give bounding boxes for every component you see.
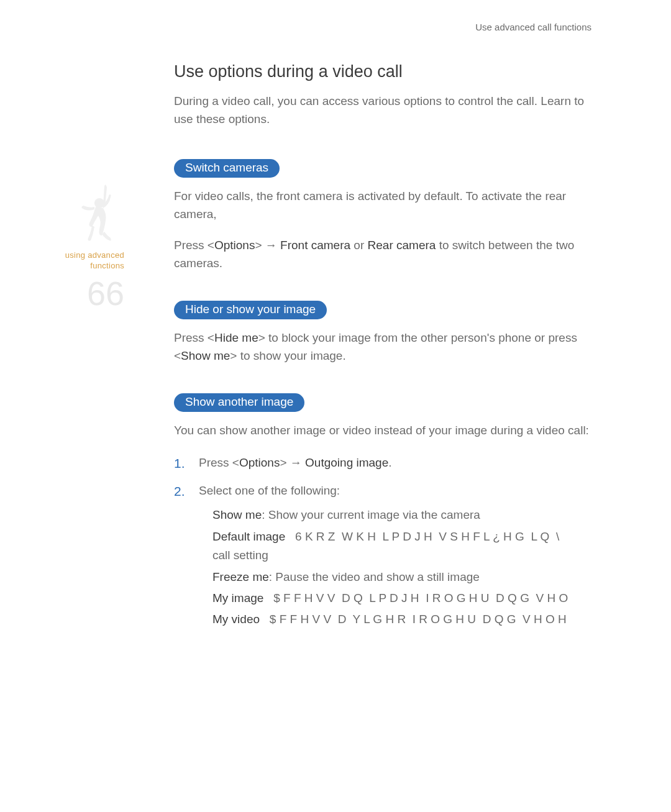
header-breadcrumb: Use advanced call functions [475,22,591,32]
label: Default image [212,530,285,543]
sidebar: using advanced functions 66 [43,183,124,310]
page-number: 66 [43,276,124,310]
section-show-another: Show another image You can show another … [174,393,659,629]
steps-list: Press <Options> → Outgoing image. Select… [174,454,659,629]
option-my-video: My video $ F F H V V D Y L G H R I R O G… [212,610,659,629]
desc-line2: call setting [212,546,659,565]
text: or [350,239,367,252]
option-freeze-me: Freeze me: Pause the video and show a st… [212,568,659,586]
climber-icon [75,183,124,245]
pill-switch-cameras: Switch cameras [174,159,280,178]
page-title: Use options during a video call [174,62,659,81]
key-options: Options [214,239,255,252]
pill-hide-show: Hide or show your image [174,301,327,319]
options-sublist: Show me: Show your current image via the… [199,506,659,629]
arrow-icon: → [290,456,302,469]
hide-show-para: Press <Hide me> to block your image from… [174,329,596,365]
key-show-me: Show me [181,349,230,362]
page: Use advanced call functions using advanc… [0,0,671,812]
text: . [388,456,391,469]
label: Freeze me [212,570,269,583]
main-content: Use options during a video call During a… [174,62,659,658]
key-rear-camera: Rear camera [368,239,436,252]
text: > [280,456,290,469]
label: My image [212,591,263,604]
pill-show-another: Show another image [174,393,304,412]
section-hide-show: Hide or show your image Press <Hide me> … [174,301,659,365]
sidebar-label-line2: functions [90,261,124,270]
desc: : Pause the video and show a still image [269,570,480,583]
desc: $ F F H V V D Q L P D J H I R O G H U D … [263,591,568,604]
text: Press < [174,331,214,344]
step2-intro: Select one of the following: [199,484,340,497]
desc: : Show your current image via the camera [262,508,480,521]
arrow-icon: → [265,239,277,252]
step-2: Select one of the following: Show me: Sh… [174,481,659,629]
option-show-me: Show me: Show your current image via the… [212,506,659,524]
step-1: Press <Options> → Outgoing image. [174,454,659,472]
intro-paragraph: During a video call, you can access vari… [174,93,590,128]
label: Show me [212,508,262,521]
switch-para2: Press <Options> → Front camera or Rear c… [174,237,596,272]
label: My video [212,613,260,626]
section-switch-cameras: Switch cameras For video calls, the fron… [174,159,659,272]
sidebar-label-line1: using advanced [65,250,124,260]
sidebar-label: using advanced functions [43,250,124,271]
option-default-image: Default image 6 K R Z W K H L P D J H V … [212,527,659,565]
desc: $ F F H V V D Y L G H R I R O G H U D Q … [260,613,567,626]
key-front-camera: Front camera [280,239,350,252]
text: > to show your image. [230,349,345,362]
text: Press < [174,239,214,252]
text: Press < [199,456,239,469]
option-my-image: My image $ F F H V V D Q L P D J H I R O… [212,589,659,608]
switch-para1: For video calls, the front camera is act… [174,188,596,223]
key-outgoing-image: Outgoing image [305,456,388,469]
key-options: Options [239,456,280,469]
desc: 6 K R Z W K H L P D J H V S H F L ¿ H G … [285,530,559,543]
show-another-intro: You can show another image or video inst… [174,422,596,440]
text: > [255,239,265,252]
key-hide-me: Hide me [214,331,258,344]
